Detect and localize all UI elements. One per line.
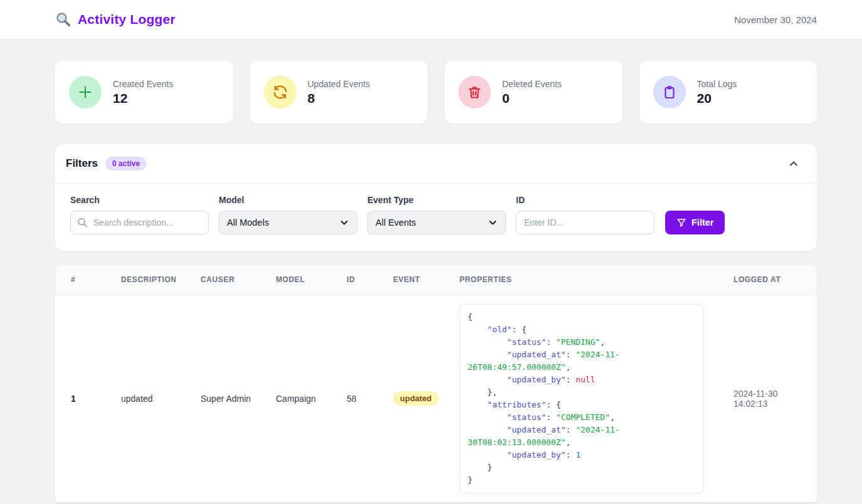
event-type-select[interactable]: All Events <box>367 211 506 234</box>
col-event: EVENT <box>386 265 452 295</box>
table-header-row: # DESCRIPTION CAUSER MODEL ID EVENT PROP… <box>55 265 817 295</box>
model-label: Model <box>219 195 357 205</box>
trash-icon <box>458 76 491 108</box>
event-type-label: Event Type <box>367 195 506 205</box>
clipboard-icon <box>653 76 686 108</box>
col-model: MODEL <box>268 265 339 295</box>
filter-button[interactable]: Filter <box>665 211 725 234</box>
col-description: DESCRIPTION <box>113 265 193 295</box>
app-brand: Activity Logger <box>55 11 176 28</box>
properties-json-box: { "old": { "status": "PENDING", "updated… <box>460 304 703 493</box>
topbar: Activity Logger November 30, 2024 <box>0 0 862 39</box>
current-date: November 30, 2024 <box>734 14 817 25</box>
col-causer: CAUSER <box>193 265 268 295</box>
stat-card-updated: Updated Events 8 <box>250 61 428 123</box>
id-field: ID <box>516 195 654 234</box>
chevron-up-icon <box>788 158 799 169</box>
col-number: # <box>55 265 113 295</box>
col-properties: PROPERTIES <box>452 265 726 295</box>
stat-value: 20 <box>697 91 737 106</box>
cell-event: updated <box>386 295 452 502</box>
properties-json: { "old": { "status": "PENDING", "updated… <box>468 311 695 486</box>
page-title: Activity Logger <box>78 12 176 27</box>
cell-row-number: 1 <box>55 295 113 502</box>
model-field: Model All Models <box>219 195 357 234</box>
stat-value: 8 <box>308 91 371 106</box>
id-input[interactable] <box>516 211 654 234</box>
cell-description: updated <box>113 295 193 502</box>
model-select[interactable]: All Models <box>219 211 357 234</box>
event-type-select-value: All Events <box>376 218 416 228</box>
funnel-icon <box>676 218 686 228</box>
search-label: Search <box>70 195 209 205</box>
table-row: 1 updated Super Admin Campaign 58 update… <box>55 295 817 502</box>
stat-card-total: Total Logs 20 <box>639 61 817 123</box>
filters-panel: Filters 0 active Search <box>55 144 817 251</box>
stat-label: Deleted Events <box>502 79 562 89</box>
stat-card-created: Created Events 12 <box>55 61 233 123</box>
cell-properties: { "old": { "status": "PENDING", "updated… <box>452 295 726 502</box>
chevron-down-icon <box>488 218 498 228</box>
event-type-field: Event Type All Events <box>367 195 506 234</box>
stat-value: 12 <box>113 91 174 106</box>
stat-label: Total Logs <box>697 79 737 89</box>
collapse-filters-button[interactable] <box>788 158 799 169</box>
search-field: Search <box>70 195 209 234</box>
active-filters-badge: 0 active <box>105 157 147 171</box>
cell-causer: Super Admin <box>193 295 268 502</box>
stats-row: Created Events 12 Updated Events 8 <box>55 61 817 123</box>
stat-card-deleted: Deleted Events 0 <box>444 61 623 123</box>
id-label: ID <box>516 195 654 205</box>
magnifier-icon <box>55 11 71 28</box>
stat-label: Updated Events <box>308 79 371 89</box>
logs-table: # DESCRIPTION CAUSER MODEL ID EVENT PROP… <box>55 265 817 503</box>
col-logged-at: LOGGED AT <box>726 265 817 295</box>
search-input[interactable] <box>70 211 209 234</box>
event-badge: updated <box>393 391 439 406</box>
cell-logged-at: 2024-11-30 14:02:13 <box>726 295 817 502</box>
filters-title: Filters <box>66 157 98 170</box>
cell-id: 58 <box>339 295 386 502</box>
search-icon <box>77 218 88 228</box>
refresh-icon <box>264 76 297 108</box>
stat-value: 0 <box>502 91 562 106</box>
stat-label: Created Events <box>113 79 174 89</box>
cell-model: Campaign <box>268 295 339 502</box>
plus-icon <box>69 76 102 108</box>
chevron-down-icon <box>339 218 349 228</box>
col-id: ID <box>339 265 386 295</box>
logs-table-card: # DESCRIPTION CAUSER MODEL ID EVENT PROP… <box>55 265 817 503</box>
model-select-value: All Models <box>227 218 269 228</box>
filter-button-label: Filter <box>691 218 713 228</box>
